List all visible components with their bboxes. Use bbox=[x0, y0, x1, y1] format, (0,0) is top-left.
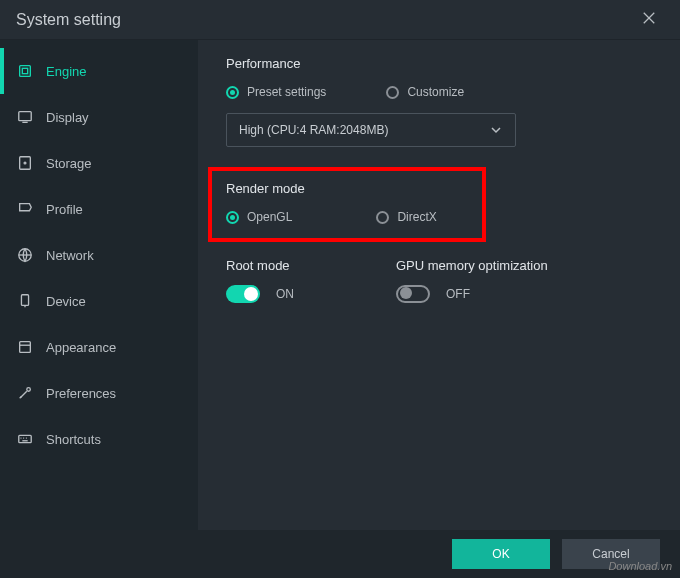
close-icon[interactable] bbox=[634, 5, 664, 34]
radio-dot-icon bbox=[226, 211, 239, 224]
radio-customize[interactable]: Customize bbox=[386, 85, 464, 99]
radio-dot-icon bbox=[386, 86, 399, 99]
sidebar-item-preferences[interactable]: Preferences bbox=[0, 370, 198, 416]
svg-point-14 bbox=[27, 388, 31, 392]
radio-label: Customize bbox=[407, 85, 464, 99]
toggle-label: OFF bbox=[446, 287, 470, 301]
radio-label: Preset settings bbox=[247, 85, 326, 99]
toggle-label: ON bbox=[276, 287, 294, 301]
ok-button[interactable]: OK bbox=[452, 539, 550, 569]
root-mode-title: Root mode bbox=[226, 258, 366, 273]
svg-point-7 bbox=[24, 162, 26, 164]
render-mode-title: Render mode bbox=[226, 181, 468, 196]
engine-icon bbox=[16, 62, 34, 80]
sidebar-item-label: Preferences bbox=[46, 386, 116, 401]
main-panel: Performance Preset settings Customize Hi… bbox=[198, 40, 680, 530]
svg-rect-6 bbox=[20, 157, 31, 169]
radio-opengl[interactable]: OpenGL bbox=[226, 210, 292, 224]
sidebar-item-profile[interactable]: Profile bbox=[0, 186, 198, 232]
display-icon bbox=[16, 108, 34, 126]
window-title: System setting bbox=[16, 11, 121, 29]
svg-rect-12 bbox=[20, 342, 31, 353]
sidebar-item-storage[interactable]: Storage bbox=[0, 140, 198, 186]
preferences-icon bbox=[16, 384, 34, 402]
footer: OK Cancel bbox=[0, 530, 680, 578]
sidebar-item-label: Network bbox=[46, 248, 94, 263]
performance-title: Performance bbox=[226, 56, 652, 71]
radio-label: DirectX bbox=[397, 210, 436, 224]
device-icon bbox=[16, 292, 34, 310]
select-value: High (CPU:4 RAM:2048MB) bbox=[239, 123, 388, 137]
sidebar-item-engine[interactable]: Engine bbox=[0, 48, 198, 94]
svg-rect-10 bbox=[21, 295, 28, 306]
sidebar-item-label: Shortcuts bbox=[46, 432, 101, 447]
profile-icon bbox=[16, 200, 34, 218]
radio-directx[interactable]: DirectX bbox=[376, 210, 436, 224]
radio-preset-settings[interactable]: Preset settings bbox=[226, 85, 326, 99]
sidebar-item-label: Device bbox=[46, 294, 86, 309]
svg-rect-4 bbox=[19, 112, 31, 121]
sidebar-item-label: Display bbox=[46, 110, 89, 125]
radio-dot-icon bbox=[226, 86, 239, 99]
sidebar-item-device[interactable]: Device bbox=[0, 278, 198, 324]
performance-preset-select[interactable]: High (CPU:4 RAM:2048MB) bbox=[226, 113, 516, 147]
sidebar-item-display[interactable]: Display bbox=[0, 94, 198, 140]
sidebar-item-appearance[interactable]: Appearance bbox=[0, 324, 198, 370]
appearance-icon bbox=[16, 338, 34, 356]
network-icon bbox=[16, 246, 34, 264]
shortcuts-icon bbox=[16, 430, 34, 448]
render-mode-highlight: Render mode OpenGL DirectX bbox=[208, 167, 486, 242]
sidebar-item-network[interactable]: Network bbox=[0, 232, 198, 278]
sidebar-item-label: Appearance bbox=[46, 340, 116, 355]
sidebar-item-shortcuts[interactable]: Shortcuts bbox=[0, 416, 198, 462]
sidebar: Engine Display Storage Profile Netwo bbox=[0, 40, 198, 530]
gpu-opt-toggle[interactable] bbox=[396, 285, 430, 303]
svg-rect-2 bbox=[20, 66, 31, 77]
chevron-down-icon bbox=[489, 123, 503, 137]
watermark: Download.vn bbox=[608, 560, 672, 572]
svg-rect-3 bbox=[22, 68, 27, 73]
gpu-opt-title: GPU memory optimization bbox=[396, 258, 548, 273]
radio-label: OpenGL bbox=[247, 210, 292, 224]
titlebar: System setting bbox=[0, 0, 680, 40]
svg-rect-15 bbox=[19, 435, 31, 442]
sidebar-item-label: Profile bbox=[46, 202, 83, 217]
radio-dot-icon bbox=[376, 211, 389, 224]
root-mode-toggle[interactable] bbox=[226, 285, 260, 303]
sidebar-item-label: Storage bbox=[46, 156, 92, 171]
sidebar-item-label: Engine bbox=[46, 64, 86, 79]
storage-icon bbox=[16, 154, 34, 172]
